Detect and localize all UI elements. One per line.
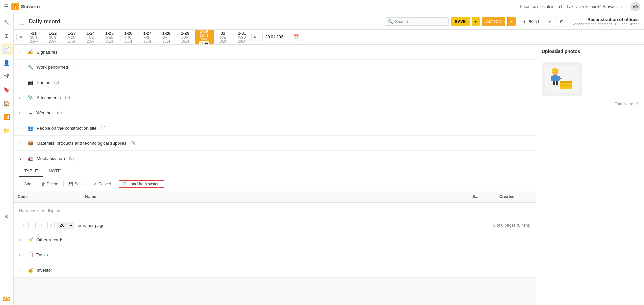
signatures-section-header[interactable]: › ✍ Signatures xyxy=(14,45,536,59)
people-section-header[interactable]: › 👥 People on the construction site (1) xyxy=(14,120,536,135)
people-title: People on the construction site xyxy=(36,126,97,131)
cancel-button[interactable]: ✕ Cancel xyxy=(92,180,113,188)
sidebar-item-map[interactable]: 🗺 xyxy=(1,70,13,82)
cal-day-1[interactable]: 1-22 SUN2024 xyxy=(43,30,62,45)
logo-icon: 🔥 xyxy=(11,3,19,10)
prev-page-button[interactable]: ⟨ xyxy=(28,222,36,229)
materials-section: › 📦 Materials, products and technologica… xyxy=(14,136,536,151)
mechanization-chevron-icon: ∨ xyxy=(19,156,24,161)
materials-section-header[interactable]: › 📦 Materials, products and technologica… xyxy=(14,136,536,150)
investor-section-header[interactable]: › 💰 Investor xyxy=(14,262,536,277)
materials-chevron-icon: › xyxy=(19,141,24,145)
help-link[interactable]: více xyxy=(620,4,628,9)
other-records-section-header[interactable]: › 📝 Other records xyxy=(14,232,536,247)
hamburger-icon[interactable]: ☰ xyxy=(4,3,9,10)
photos-title: Photos xyxy=(36,80,50,85)
weather-section-header[interactable]: › ☁ Weather (0) xyxy=(14,105,536,120)
svg-rect-6 xyxy=(553,75,558,81)
investor-icon: 💰 xyxy=(27,267,34,273)
table-header: Code Name S... Created xyxy=(14,191,536,203)
cal-day-0[interactable]: -21 SUN2024 xyxy=(24,30,43,45)
work-help-icon: ? xyxy=(72,65,74,69)
materials-icon: 📦 xyxy=(27,140,34,146)
save-button[interactable]: SAVE xyxy=(451,17,470,26)
photo-thumbnail[interactable] xyxy=(542,62,582,96)
action-dropdown-button[interactable]: ▾ xyxy=(507,17,516,26)
sidebar-item-document[interactable]: 📄 xyxy=(1,43,13,55)
photos-icon: 📷 xyxy=(27,80,34,85)
delete-icon: 🗑 xyxy=(41,182,45,186)
cal-day-6[interactable]: 1-27 FRI2024 xyxy=(138,30,157,45)
first-page-button[interactable]: ⟨⟨ xyxy=(19,222,26,229)
calendar-icon[interactable]: 📅 xyxy=(294,34,299,39)
print-dropdown-button[interactable]: ▾ xyxy=(546,17,554,26)
add-button[interactable]: + Add xyxy=(19,180,33,188)
cal-day-8[interactable]: 1-29 SUN2024 xyxy=(176,30,195,45)
grid-view-button[interactable]: ⊟ xyxy=(556,17,567,26)
sidebar-item-grid[interactable]: ⊞ xyxy=(1,30,13,42)
other-records-title: Other records xyxy=(36,237,63,242)
sidebar: 🔧 ⊞ 📄 👤 🗺 🔖 🏠 📶 📁 ⚙ AD xyxy=(0,13,14,305)
user-initials: AD xyxy=(633,5,638,9)
pagination: ⟨⟨ ⟨ ⟩ ⟩⟩ 20 50 100 Items per page xyxy=(14,219,536,232)
tasks-section-header[interactable]: › 📋 Tasks xyxy=(14,247,536,262)
cancel-icon: ✕ xyxy=(94,182,97,186)
main-layout: 🔧 ⊞ 📄 👤 🗺 🔖 🏠 📶 📁 ⚙ AD ✕ Daily record 🔍 … xyxy=(0,13,644,305)
cal-day-4[interactable]: 1-25 WED2024 xyxy=(100,30,119,45)
project-subtitle: Reconstruction of offices, 10 John Stree… xyxy=(572,22,639,26)
cal-day-10[interactable]: 31 TUE2024 xyxy=(214,30,232,45)
user-avatar[interactable]: AD xyxy=(630,2,640,11)
other-records-section: › 📝 Other records xyxy=(14,232,536,247)
attachments-section-header[interactable]: › 📎 Attachments (0) xyxy=(14,90,536,105)
cal-day-5[interactable]: 1-26 THU2024 xyxy=(119,30,138,45)
sidebar-item-settings[interactable]: ⚙ xyxy=(1,211,13,223)
save-toolbar-button[interactable]: 💾 Save xyxy=(66,180,86,188)
per-page-select[interactable]: 20 50 100 xyxy=(57,222,74,229)
weather-icon: ☁ xyxy=(27,110,34,115)
mechanization-title: Mechanization xyxy=(36,156,65,161)
delete-button[interactable]: 🗑 Delete xyxy=(39,180,60,188)
topbar-right: Porad se s ostatnimi a buď aktivní v kom… xyxy=(520,2,640,11)
cal-day-3[interactable]: 1-24 TUE2024 xyxy=(81,30,100,45)
cal-day-2[interactable]: 1-23 MON2024 xyxy=(62,30,81,45)
cal-day-9[interactable]: 1-30 MON2024 27 📷 xyxy=(195,30,214,45)
sidebar-item-signal[interactable]: 📶 xyxy=(1,111,13,123)
date-input[interactable] xyxy=(265,35,292,39)
materials-count: (0) xyxy=(130,141,135,145)
svg-rect-7 xyxy=(551,76,553,81)
calendar-next-button[interactable]: ▶ xyxy=(251,33,259,41)
right-panel-title: Uploaded photos xyxy=(536,45,644,57)
save-dropdown-button[interactable]: ▾ xyxy=(472,17,480,26)
signatures-icon: ✍ xyxy=(27,49,34,55)
tab-table[interactable]: TABLE xyxy=(19,166,43,177)
load-from-system-button[interactable]: 📋 Load from system xyxy=(119,180,164,188)
toolbar-divider-4 xyxy=(116,181,116,187)
search-input[interactable] xyxy=(395,19,446,24)
action-button[interactable]: ACTION xyxy=(482,17,505,26)
work-section-header[interactable]: › 🔧 Work performed ? xyxy=(14,60,536,75)
tasks-icon: 📋 xyxy=(27,252,34,257)
cal-day-7[interactable]: 1-28 SAT2024 xyxy=(157,30,176,45)
people-count: (1) xyxy=(101,126,106,130)
investor-section: › 💰 Investor xyxy=(14,262,536,278)
last-page-button[interactable]: ⟩⟩ xyxy=(47,222,55,229)
close-icon[interactable]: ✕ xyxy=(19,19,25,25)
no-records-text: No records to display xyxy=(14,203,536,219)
materials-title: Materials, products and technological su… xyxy=(36,141,126,146)
tab-note[interactable]: NOTE xyxy=(43,166,66,177)
photos-section-header[interactable]: › 📷 Photos (3) xyxy=(14,75,536,90)
mechanization-section-header[interactable]: ∨ 🚛 Mechanization (0) xyxy=(14,151,536,166)
items-per-page-label: Items per page xyxy=(75,223,105,228)
toolbar-divider-3 xyxy=(89,181,89,187)
sidebar-item-people[interactable]: 👤 xyxy=(1,57,13,69)
worker-illustration xyxy=(545,66,579,93)
next-page-button[interactable]: ⟩ xyxy=(38,222,45,229)
sidebar-item-stamp[interactable]: 🔖 xyxy=(1,84,13,96)
sidebar-item-home[interactable]: 🏠 xyxy=(1,97,13,109)
cal-day-11[interactable]: 1-31 WED2024 xyxy=(232,30,251,45)
calendar-prev-button[interactable]: ◀ xyxy=(16,33,24,41)
sidebar-item-tools[interactable]: 🔧 xyxy=(1,16,13,28)
sidebar-item-folder[interactable]: 📁 xyxy=(1,124,13,136)
mechanization-toolbar: + Add 🗑 Delete 💾 Save ✕ xyxy=(14,177,536,191)
print-button[interactable]: 🖨 PRINT xyxy=(518,17,544,26)
